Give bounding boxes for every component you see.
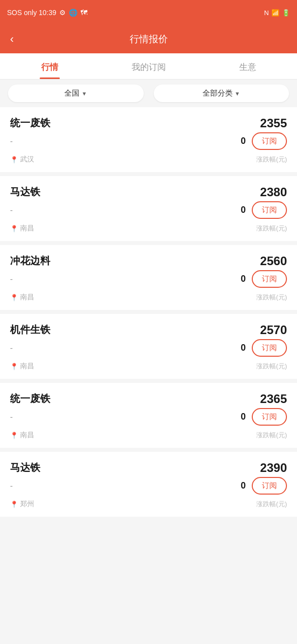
location-icon: 📍	[10, 432, 18, 439]
item-row-top: 统一废铁 2365	[10, 392, 287, 406]
item-location: 📍 南昌	[10, 362, 34, 371]
location-text: 南昌	[20, 293, 34, 302]
location-icon: 📍	[10, 501, 18, 508]
item-row-top: 马达铁 2390	[10, 461, 287, 475]
item-row-top: 冲花边料 2560	[10, 254, 287, 268]
location-icon: 📍	[10, 225, 18, 232]
settings-icon: ⚙	[59, 9, 66, 17]
region-label: 全国	[64, 89, 79, 98]
item-dash: -	[10, 344, 13, 353]
item-row-mid: - 0 订阅	[10, 477, 287, 495]
item-name: 马达铁	[10, 461, 40, 474]
item-change-label: 涨跌幅(元)	[256, 155, 287, 164]
item-price: 2560	[260, 254, 287, 268]
item-row-mid: - 0 订阅	[10, 132, 287, 150]
item-name: 统一废铁	[10, 116, 50, 130]
item-row-mid: - 0 订阅	[10, 339, 287, 357]
list-item: 统一废铁 2365 - 0 订阅 📍 南昌 涨跌幅(元)	[0, 383, 297, 448]
status-text: SOS only 10:39	[7, 9, 56, 17]
globe-icon: 🌐	[69, 9, 77, 17]
item-change-value: 0	[241, 412, 246, 422]
market-list: 统一废铁 2355 - 0 订阅 📍 武汉 涨跌幅(元) 马达铁 2380 - …	[0, 107, 297, 517]
location-icon: 📍	[10, 363, 18, 370]
item-change-row: 0 订阅	[241, 477, 287, 495]
tab-bar: 行情 我的订阅 生意	[0, 53, 297, 79]
item-dash: -	[10, 206, 13, 215]
item-row-top: 机件生铁 2570	[10, 323, 287, 337]
item-price: 2380	[260, 185, 287, 199]
list-item: 机件生铁 2570 - 0 订阅 📍 南昌 涨跌幅(元)	[0, 314, 297, 379]
item-change-row: 0 订阅	[241, 201, 287, 219]
item-location: 📍 南昌	[10, 431, 34, 440]
status-bar: SOS only 10:39 ⚙ 🌐 🗺 N 📶 🔋	[0, 0, 297, 25]
item-row-top: 马达铁 2380	[10, 185, 287, 199]
item-row-bottom: 📍 南昌 涨跌幅(元)	[10, 431, 287, 440]
item-name: 统一废铁	[10, 392, 50, 406]
location-text: 南昌	[20, 224, 34, 233]
item-change-value: 0	[241, 205, 246, 215]
status-bar-right: N 📶 🔋	[264, 9, 290, 17]
location-icon: 📍	[10, 294, 18, 301]
nfc-icon: N	[264, 9, 269, 17]
item-price: 2390	[260, 461, 287, 475]
item-row-top: 统一废铁 2355	[10, 116, 287, 130]
item-location: 📍 南昌	[10, 293, 34, 302]
status-bar-left: SOS only 10:39 ⚙ 🌐 🗺	[7, 9, 87, 17]
item-change-value: 0	[241, 274, 246, 284]
tab-market[interactable]: 行情	[0, 53, 99, 79]
location-icon: 📍	[10, 156, 18, 164]
list-item: 马达铁 2380 - 0 订阅 📍 南昌 涨跌幅(元)	[0, 176, 297, 241]
category-arrow-icon: ▼	[235, 91, 240, 97]
item-row-bottom: 📍 郑州 涨跌幅(元)	[10, 500, 287, 509]
item-price: 2365	[260, 392, 287, 406]
list-item: 统一废铁 2355 - 0 订阅 📍 武汉 涨跌幅(元)	[0, 107, 297, 172]
subscribe-button[interactable]: 订阅	[252, 201, 287, 219]
header: ‹ 行情报价	[0, 25, 297, 53]
item-name: 马达铁	[10, 185, 40, 199]
page-title: 行情报价	[130, 33, 168, 46]
item-row-bottom: 📍 南昌 涨跌幅(元)	[10, 224, 287, 233]
item-dash: -	[10, 481, 13, 491]
item-change-row: 0 订阅	[241, 270, 287, 288]
list-item: 马达铁 2390 - 0 订阅 📍 郑州 涨跌幅(元)	[0, 452, 297, 517]
list-item: 冲花边料 2560 - 0 订阅 📍 南昌 涨跌幅(元)	[0, 245, 297, 310]
tab-subscription[interactable]: 我的订阅	[99, 53, 198, 79]
signal-icon: 📶	[271, 9, 279, 17]
back-button[interactable]: ‹	[10, 33, 14, 46]
item-change-label: 涨跌幅(元)	[256, 500, 287, 509]
subscribe-button[interactable]: 订阅	[252, 339, 287, 357]
item-row-mid: - 0 订阅	[10, 408, 287, 426]
subscribe-button[interactable]: 订阅	[252, 132, 287, 150]
item-change-row: 0 订阅	[241, 132, 287, 150]
subscribe-button[interactable]: 订阅	[252, 270, 287, 288]
item-change-label: 涨跌幅(元)	[256, 431, 287, 440]
item-dash: -	[10, 275, 13, 284]
item-change-label: 涨跌幅(元)	[256, 224, 287, 233]
item-location: 📍 南昌	[10, 224, 34, 233]
item-row-mid: - 0 订阅	[10, 270, 287, 288]
item-row-bottom: 📍 武汉 涨跌幅(元)	[10, 155, 287, 164]
item-row-bottom: 📍 南昌 涨跌幅(元)	[10, 362, 287, 371]
tab-business[interactable]: 生意	[198, 53, 297, 79]
item-change-value: 0	[241, 343, 246, 353]
item-change-value: 0	[241, 136, 246, 146]
subscribe-button[interactable]: 订阅	[252, 477, 287, 495]
item-location: 📍 武汉	[10, 155, 34, 164]
subscribe-button[interactable]: 订阅	[252, 408, 287, 426]
item-price: 2570	[260, 323, 287, 337]
region-filter-button[interactable]: 全国 ▼	[8, 85, 144, 102]
item-location: 📍 郑州	[10, 500, 34, 509]
location-text: 南昌	[20, 431, 34, 440]
item-row-bottom: 📍 南昌 涨跌幅(元)	[10, 293, 287, 302]
item-change-row: 0 订阅	[241, 339, 287, 357]
map-icon: 🗺	[80, 9, 87, 17]
item-change-row: 0 订阅	[241, 408, 287, 426]
location-text: 武汉	[20, 155, 34, 164]
category-filter-button[interactable]: 全部分类 ▼	[154, 85, 289, 102]
filter-bar: 全国 ▼ 全部分类 ▼	[0, 79, 297, 107]
item-price: 2355	[260, 116, 287, 130]
location-text: 南昌	[20, 362, 34, 371]
region-arrow-icon: ▼	[81, 91, 87, 97]
item-row-mid: - 0 订阅	[10, 201, 287, 219]
item-dash: -	[10, 413, 13, 422]
